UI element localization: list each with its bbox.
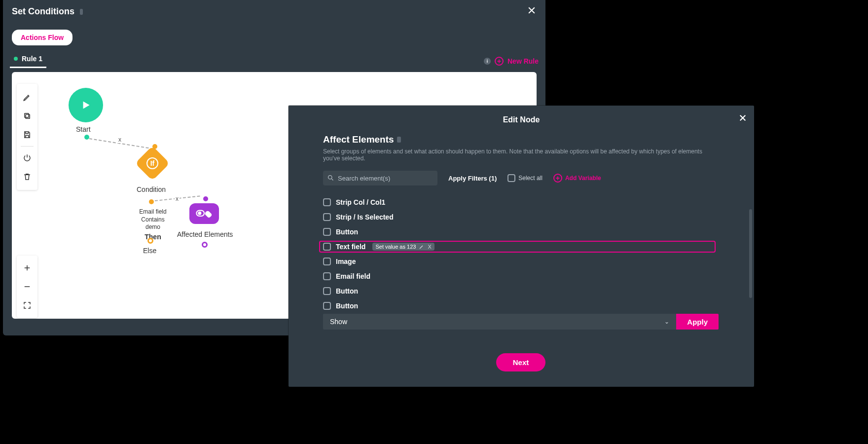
actions-flow-label: Actions Flow (21, 34, 64, 41)
affect-elements-description: Select groups of elements and set what a… (323, 148, 719, 162)
select-all-checkbox[interactable]: Select all (507, 174, 542, 182)
add-variable-label: Add Variable (565, 175, 601, 182)
start-label: Start (76, 125, 91, 133)
apply-label: Apply (687, 318, 708, 326)
info-icon[interactable]: i (484, 58, 491, 65)
close-icon[interactable] (738, 112, 747, 124)
edit-node-title: Edit Node (503, 115, 540, 124)
value-chip[interactable]: Set value as 123X (372, 243, 434, 251)
canvas-zoom-toolbar (17, 256, 37, 318)
element-row[interactable]: Email field (323, 271, 715, 281)
checkbox-icon[interactable] (323, 213, 331, 221)
start-node[interactable] (69, 88, 103, 122)
scrollbar[interactable] (749, 209, 752, 298)
edge-delete-icon[interactable]: x (117, 136, 122, 143)
port-condition-then[interactable] (149, 199, 154, 204)
plus-circle-icon[interactable]: + (495, 57, 504, 66)
fullscreen-icon[interactable] (20, 298, 34, 312)
active-dot-icon (14, 57, 18, 61)
next-label: Next (513, 358, 529, 367)
action-row: Show ⌄ Apply (323, 314, 719, 330)
zoom-in-icon[interactable] (20, 261, 34, 275)
element-label: Button (336, 302, 358, 310)
title-text: Set Conditions (12, 6, 74, 16)
play-icon (79, 99, 92, 111)
element-label: Email field (336, 272, 370, 280)
checkbox-icon[interactable] (323, 198, 331, 206)
element-label: Strip Col / Col1 (336, 198, 385, 206)
affected-elements-label: Affected Elements (177, 230, 233, 238)
element-label: Strip / Is Selected (336, 213, 394, 221)
copy-icon[interactable] (20, 109, 34, 123)
element-label: Text field (336, 243, 365, 251)
power-icon[interactable] (20, 151, 34, 165)
tab-rule-1[interactable]: Rule 1 (10, 55, 46, 68)
edit-node-panel: Edit Node Affect Elements Select groups … (289, 106, 754, 387)
then-detail-1: Email field (139, 208, 166, 215)
element-label: Image (336, 258, 356, 265)
checkbox-icon[interactable] (323, 258, 331, 265)
then-branch-label: Email field Contains demo Then (138, 208, 168, 241)
action-select-value: Show (330, 318, 347, 326)
checkbox-icon[interactable] (323, 228, 331, 236)
trash-icon[interactable] (20, 170, 34, 184)
svg-point-4 (328, 176, 332, 180)
info-icon[interactable] (80, 9, 83, 15)
element-row[interactable]: Text fieldSet value as 123X (320, 242, 715, 252)
checkbox-icon[interactable] (323, 302, 331, 310)
svg-rect-0 (26, 114, 30, 118)
affected-out-port-icon[interactable] (202, 242, 208, 248)
search-wrapper (323, 171, 437, 185)
if-icon: If (146, 157, 158, 169)
apply-button[interactable]: Apply (676, 314, 719, 330)
chevron-down-icon: ⌄ (664, 318, 669, 325)
checkbox-icon (507, 174, 515, 182)
zoom-out-icon[interactable] (20, 280, 34, 294)
plus-circle-icon: + (553, 174, 562, 183)
search-input[interactable] (323, 171, 437, 185)
add-variable-button[interactable]: + Add Variable (553, 174, 601, 183)
checkbox-icon[interactable] (323, 287, 331, 295)
set-conditions-title: Set Conditions (12, 6, 83, 17)
info-icon[interactable] (397, 137, 401, 143)
close-icon[interactable] (527, 5, 537, 17)
edit-icon[interactable] (419, 244, 425, 250)
next-wrapper: Next (323, 353, 719, 371)
element-row[interactable]: Image (323, 257, 715, 266)
condition-label: Condition (137, 185, 166, 193)
next-button[interactable]: Next (496, 353, 546, 371)
affect-controls: Apply Filters (1) Select all + Add Varia… (323, 171, 719, 185)
new-rule-button[interactable]: New Rule (507, 57, 539, 65)
apply-filters-button[interactable]: Apply Filters (1) (448, 175, 497, 182)
edge-delete-icon[interactable]: x (175, 195, 180, 202)
port-affected-in[interactable] (203, 196, 208, 201)
edit-icon[interactable] (20, 90, 34, 104)
save-icon[interactable] (20, 128, 34, 142)
rule-tabs: Rule 1 i + New Rule (3, 50, 545, 72)
chip-label: Set value as 123 (375, 244, 416, 250)
checkbox-icon[interactable] (323, 243, 331, 251)
set-conditions-header: Set Conditions (3, 0, 545, 23)
remove-chip-icon[interactable]: X (428, 244, 431, 250)
affect-elements-header: Affect Elements (323, 134, 719, 145)
element-row[interactable]: Strip Col / Col1 (323, 197, 715, 207)
port-start-out[interactable] (84, 135, 89, 140)
element-row[interactable]: Button (323, 286, 715, 296)
element-row[interactable]: Button (323, 301, 715, 311)
svg-rect-1 (25, 113, 29, 117)
new-rule-button-group: i + New Rule (484, 57, 539, 66)
then-port-icon[interactable] (147, 238, 153, 244)
action-select[interactable]: Show ⌄ (323, 314, 676, 330)
element-row[interactable]: Strip / Is Selected (323, 212, 715, 222)
element-row[interactable]: Button (323, 227, 715, 237)
edit-node-header: Edit Node (289, 106, 754, 134)
actions-flow-button[interactable]: Actions Flow (12, 30, 72, 45)
element-label: Button (336, 287, 358, 295)
affected-elements-node[interactable] (189, 203, 219, 224)
hand-click-icon (196, 208, 213, 220)
condition-node[interactable]: If (135, 146, 170, 181)
rule-1-label: Rule 1 (22, 55, 42, 63)
element-list: Strip Col / Col1Strip / Is SelectedButto… (323, 197, 715, 311)
checkbox-icon[interactable] (323, 272, 331, 280)
else-label: Else (143, 247, 156, 255)
